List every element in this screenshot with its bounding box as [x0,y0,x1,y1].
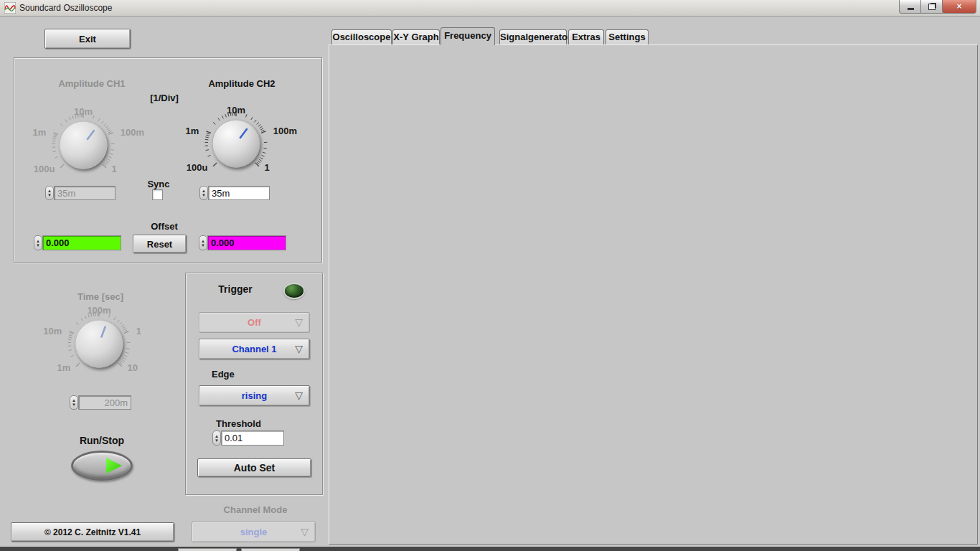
spinner-down-icon: ▼ [47,193,52,197]
frequency-tab-page [329,44,978,545]
edge-dropdown[interactable]: rising▽ [199,385,310,406]
title-bar: Soundcard Oszilloscope × [0,0,980,17]
threshold-spinner[interactable]: ▲▼ [212,430,221,446]
trigger-title: Trigger [212,283,258,295]
svg-text:10m: 10m [74,106,93,117]
svg-text:100u: 100u [187,162,208,173]
trigger-source-dropdown[interactable]: Channel 1▽ [199,339,310,359]
trigger-led [285,284,303,298]
background-strip [0,547,980,551]
svg-text:1m: 1m [32,127,46,138]
spinner-down-icon: ▼ [201,243,205,248]
offset-ch1-value[interactable]: 0.000 [42,235,121,250]
play-icon [106,458,122,474]
channel-mode-label: Channel Mode [221,504,290,515]
amplitude-sync-label: Sync [144,179,173,189]
spinner-down-icon: ▼ [215,438,219,443]
svg-text:100m: 100m [273,126,297,136]
amplitude-ch1-label: Amplitude CH1 [42,78,142,89]
trigger-mode-dropdown[interactable]: Off▽ [199,312,310,333]
svg-text:1: 1 [265,162,270,173]
svg-text:100u: 100u [34,164,55,174]
background-window-sliver [241,548,300,551]
app-window: Soundcard Oszilloscope × Exit Amplitude … [0,0,980,547]
runstop-button[interactable] [71,451,133,481]
restore-button[interactable] [920,0,943,14]
amplitude-ch1-knob[interactable]: 100u1m10m100m1 [22,98,144,191]
threshold-label: Threshold [216,418,273,429]
svg-text:10m: 10m [227,105,245,116]
edge-value: rising [242,390,267,401]
threshold-value[interactable]: 0.01 [221,430,284,446]
time-value[interactable]: 200m [78,395,131,410]
svg-text:1m: 1m [185,126,199,136]
amplitude-ch2-label: Amplitude CH2 [192,78,292,89]
amplitude-ch2-knob[interactable]: 100u1m10m100m1 [175,96,297,189]
app-icon [4,2,16,14]
svg-text:100m: 100m [121,127,144,138]
offset-label: Offset [141,221,188,232]
svg-text:1m: 1m [57,362,71,373]
offset-ch1-spinner[interactable]: ▲▼ [34,235,42,250]
window-title: Soundcard Oszilloscope [19,3,112,13]
channel-mode-dropdown[interactable]: single▽ [192,522,316,542]
spinner-down-icon: ▼ [72,402,76,407]
offset-ch2-spinner[interactable]: ▲▼ [199,235,207,250]
trigger-mode-value: Off [248,317,261,328]
amplitude-ch2-value[interactable]: 35m [208,186,270,200]
restore-icon [928,4,936,10]
runstop-label: Run/Stop [75,435,129,446]
exit-button[interactable]: Exit [44,29,131,49]
spinner-down-icon: ▼ [36,243,40,248]
time-knob[interactable]: 1m10m100m110 [38,296,160,390]
svg-text:100m: 100m [87,305,110,316]
close-button[interactable]: × [942,0,976,14]
amplitude-ch2-spinner[interactable]: ▲▼ [199,186,208,200]
time-spinner[interactable]: ▲▼ [70,395,78,410]
amplitude-sync-checkbox[interactable] [152,189,163,200]
tab-signalgenerator[interactable]: Signalgenerator [499,29,567,44]
edge-label: Edge [212,369,246,380]
background-window-sliver [178,548,237,551]
minimize-icon [908,8,914,10]
chevron-down-icon: ▽ [295,343,303,354]
amplitude-ch1-value[interactable]: 35m [54,186,116,200]
offset-reset-button[interactable]: Reset [133,235,187,253]
tab-xy-graph[interactable]: X-Y Graph [392,29,440,44]
minimize-button[interactable] [899,0,922,14]
tab-frequency[interactable]: Frequency [440,27,495,45]
tab-extras[interactable]: Extras [568,29,604,44]
autoset-button[interactable]: Auto Set [197,458,311,477]
chevron-down-icon: ▽ [295,390,303,401]
amplitude-ch1-spinner[interactable]: ▲▼ [45,186,54,200]
tab-settings[interactable]: Settings [606,29,649,44]
copyright-button[interactable]: © 2012 C. Zeitnitz V1.41 [11,522,174,542]
channel-mode-value: single [240,527,268,537]
tab-oscilloscope[interactable]: Oscilloscope [331,29,392,44]
trigger-source-value: Channel 1 [232,344,276,354]
svg-text:10m: 10m [43,326,62,336]
spinner-down-icon: ▼ [202,193,206,197]
chevron-down-icon: ▽ [301,526,308,537]
close-icon: × [956,1,961,11]
offset-ch2-value[interactable]: 0.000 [207,235,286,250]
svg-text:10: 10 [128,362,138,373]
svg-text:1: 1 [112,164,117,174]
svg-text:1: 1 [136,326,141,336]
chevron-down-icon: ▽ [295,316,303,328]
